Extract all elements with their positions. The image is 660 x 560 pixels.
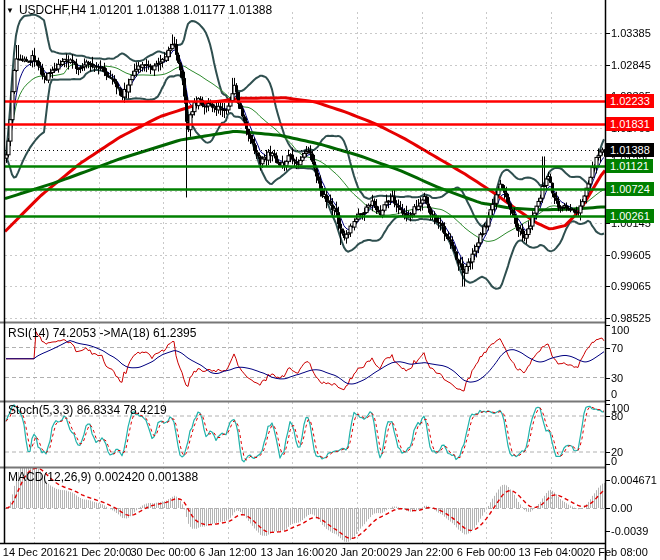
rsi-tick-label: 100 [611, 324, 629, 336]
price-tick-label: 1.03385 [611, 27, 651, 39]
time-axis-label: 30 Dec 00:00 [130, 546, 195, 558]
macd-indicator-label: MACD(12,26,9) 0.002420 0.001388 [8, 470, 198, 484]
macd-tick-label: 0.00 [611, 502, 632, 514]
price-tick-label: 0.99065 [611, 280, 651, 292]
symbol-ohlc-title: USDCHF,H4 1.01201 1.01388 1.01177 1.0138… [19, 3, 272, 17]
price-tick-label: 0.98525 [611, 312, 651, 324]
support-level-badge: 1.00724 [606, 182, 654, 196]
support-level-badge: 1.00261 [606, 209, 654, 223]
time-axis-label: 6 Feb 00:00 [457, 546, 516, 558]
current-price-badge: 1.01388 [606, 143, 654, 157]
price-tick-label: 1.02845 [611, 59, 651, 71]
time-axis-label: 13 Jan 16:00 [261, 546, 325, 558]
time-axis-label: 6 Jan 12:00 [199, 546, 257, 558]
time-axis-label: 21 Dec 20:00 [66, 546, 131, 558]
resistance-level-badge: 1.01831 [606, 117, 654, 131]
resistance-level-badge: 1.02233 [606, 94, 654, 108]
time-axis-label: 14 Dec 2016 [3, 546, 65, 558]
macd-tick-label: 0.004671 [611, 474, 657, 486]
support-level-badge: 1.01121 [606, 159, 653, 173]
time-axis-label: 13 Feb 04:00 [518, 546, 583, 558]
time-axis-label: 20 Feb 08:00 [583, 546, 648, 558]
symbol-dropdown-icon[interactable]: ▼ [6, 6, 14, 15]
rsi-indicator-label: RSI(14) 74.2053 ->MA(18) 61.2395 [8, 326, 196, 340]
chart-title-bar: ▼ USDCHF,H4 1.01201 1.01388 1.01177 1.01… [6, 3, 272, 17]
stoch-tick-label: 80 [611, 410, 623, 422]
time-axis-label: 29 Jan 22:00 [390, 546, 454, 558]
stoch-tick-label: 0 [611, 455, 617, 467]
time-axis-label: 20 Jan 20:00 [325, 546, 389, 558]
rsi-tick-label: 30 [611, 372, 623, 384]
price-tick-label: 0.99605 [611, 249, 651, 261]
rsi-tick-label: 0 [611, 388, 617, 400]
macd-tick-label: -0.0039 [611, 525, 648, 537]
stoch-indicator-label: Stoch(5,3,3) 86.8334 78.4219 [8, 403, 167, 417]
chart-window: ▼ USDCHF,H4 1.01201 1.01388 1.01177 1.01… [0, 0, 660, 560]
rsi-tick-label: 70 [611, 342, 623, 354]
